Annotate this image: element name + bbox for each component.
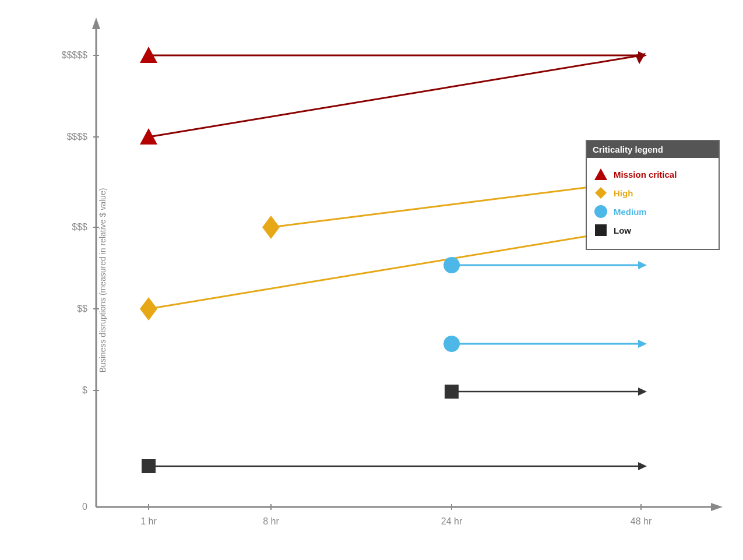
legend-item-low: Low: [594, 223, 712, 237]
main-chart-svg: $$$$$ $$$$ $$$ $$ $ 0 1 hr 8 hr 24 hr 48…: [0, 0, 743, 560]
svg-marker-29: [638, 340, 647, 348]
svg-marker-38: [595, 187, 607, 199]
y-tick-0: 0: [82, 502, 87, 512]
x-tick-8hr: 8 hr: [263, 516, 279, 526]
svg-marker-37: [594, 168, 607, 180]
legend-item-mission-critical: Mission critical: [594, 167, 712, 181]
svg-marker-35: [638, 462, 647, 470]
svg-marker-17: [635, 53, 646, 64]
legend-label-medium: Medium: [614, 207, 647, 217]
legend-label-mission-critical: Mission critical: [614, 170, 677, 179]
y-tick-4: $$$$: [66, 132, 87, 142]
x-tick-24hr: 24 hr: [441, 516, 463, 526]
legend-label-low: Low: [614, 226, 631, 235]
legend-item-high: High: [594, 186, 712, 200]
x-tick-48hr: 48 hr: [631, 516, 652, 526]
legend-icon-low: [594, 223, 608, 237]
svg-marker-3: [711, 503, 723, 511]
x-tick-1hr: 1 hr: [140, 516, 157, 526]
svg-rect-33: [445, 385, 459, 399]
legend-title: Criticality legend: [587, 141, 719, 158]
svg-marker-26: [638, 261, 647, 269]
legend-icon-high: [594, 186, 608, 200]
svg-marker-1: [92, 17, 100, 29]
chart-container: Business disruptions (measured in relati…: [0, 0, 743, 560]
legend-item-medium: Medium: [594, 205, 712, 219]
svg-marker-24: [140, 297, 157, 320]
y-tick-5: $$$$$: [62, 50, 88, 60]
legend-box: Criticality legend Mission critical High: [586, 140, 720, 250]
svg-point-39: [594, 205, 607, 218]
svg-point-30: [443, 336, 460, 352]
svg-line-22: [149, 227, 641, 309]
svg-line-16: [149, 55, 641, 137]
y-tick-1: $: [82, 385, 87, 395]
y-tick-3: $$$: [72, 222, 87, 232]
svg-point-27: [443, 257, 460, 273]
svg-rect-40: [595, 224, 607, 236]
svg-rect-36: [142, 459, 156, 473]
legend-icon-mission-critical: [594, 167, 608, 181]
svg-marker-32: [638, 388, 647, 396]
legend-items: Mission critical High Medium: [587, 158, 719, 249]
y-tick-2: $$: [77, 304, 87, 314]
svg-marker-21: [262, 216, 280, 239]
legend-label-high: High: [614, 188, 633, 198]
legend-icon-medium: [594, 205, 608, 219]
